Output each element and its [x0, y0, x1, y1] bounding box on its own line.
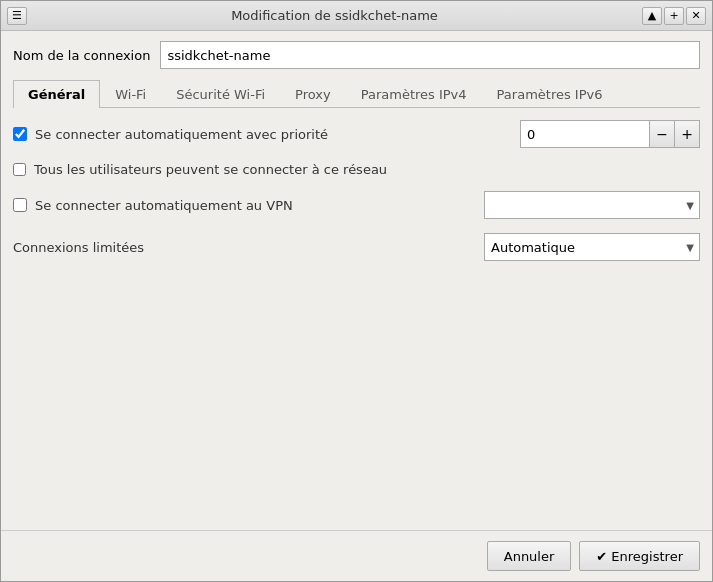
tab-general[interactable]: Général — [13, 80, 100, 108]
auto-vpn-checkbox[interactable] — [13, 198, 27, 212]
save-button[interactable]: ✔ Enregistrer — [579, 541, 700, 571]
maximize-button[interactable]: + — [664, 7, 684, 25]
tab-wifi-security[interactable]: Sécurité Wi-Fi — [161, 80, 280, 108]
priority-decrement-button[interactable]: − — [649, 120, 675, 148]
titlebar-left: ☰ — [7, 7, 27, 25]
all-users-label: Tous les utilisateurs peuvent se connect… — [34, 162, 387, 177]
main-window: ☰ Modification de ssidkchet-name ▲ + ✕ N… — [0, 0, 713, 582]
titlebar-right: ▲ + ✕ — [642, 7, 706, 25]
titlebar: ☰ Modification de ssidkchet-name ▲ + ✕ — [1, 1, 712, 31]
all-users-checkbox[interactable] — [13, 163, 26, 176]
connexions-limitees-label: Connexions limitées — [13, 240, 144, 255]
footer: Annuler ✔ Enregistrer — [1, 530, 712, 581]
connexions-limitees-row: Connexions limitées Automatique ▼ — [13, 233, 700, 261]
connexions-dropdown-container: Automatique ▼ — [484, 233, 700, 261]
priority-increment-button[interactable]: + — [674, 120, 700, 148]
window-content: Nom de la connexion Général Wi-Fi Sécuri… — [1, 31, 712, 530]
connection-name-row: Nom de la connexion — [13, 41, 700, 69]
cancel-button[interactable]: Annuler — [487, 541, 572, 571]
tab-ipv4[interactable]: Paramètres IPv4 — [346, 80, 482, 108]
connexions-dropdown-wrapper: Automatique ▼ — [484, 233, 700, 261]
collapse-button[interactable]: ▲ — [642, 7, 662, 25]
tabs-bar: Général Wi-Fi Sécurité Wi-Fi Proxy Param… — [13, 79, 700, 108]
vpn-dropdown-container: ▼ — [484, 191, 700, 219]
connection-name-input[interactable] — [160, 41, 700, 69]
vpn-dropdown[interactable] — [484, 191, 700, 219]
auto-connect-priority-row: Se connecter automatiquement avec priori… — [13, 120, 700, 148]
auto-vpn-label: Se connecter automatiquement au VPN — [35, 198, 293, 213]
menu-button[interactable]: ☰ — [7, 7, 27, 25]
tab-ipv6[interactable]: Paramètres IPv6 — [482, 80, 618, 108]
auto-connect-priority-label: Se connecter automatiquement avec priori… — [35, 127, 328, 142]
vpn-dropdown-wrapper: ▼ — [484, 191, 700, 219]
window-title: Modification de ssidkchet-name — [27, 8, 642, 23]
all-users-row: Tous les utilisateurs peuvent se connect… — [13, 162, 700, 177]
tab-content-general: Se connecter automatiquement avec priori… — [13, 120, 700, 520]
auto-connect-priority-checkbox-row: Se connecter automatiquement avec priori… — [13, 127, 520, 142]
priority-spin-control: − + — [520, 120, 700, 148]
auto-vpn-row: Se connecter automatiquement au VPN ▼ — [13, 191, 700, 219]
auto-vpn-checkbox-row: Se connecter automatiquement au VPN — [13, 198, 484, 213]
close-button[interactable]: ✕ — [686, 7, 706, 25]
auto-connect-priority-checkbox[interactable] — [13, 127, 27, 141]
priority-input[interactable] — [520, 120, 650, 148]
tab-wifi[interactable]: Wi-Fi — [100, 80, 161, 108]
form-section: Se connecter automatiquement avec priori… — [13, 120, 700, 520]
connection-name-label: Nom de la connexion — [13, 48, 150, 63]
connexions-dropdown[interactable]: Automatique — [484, 233, 700, 261]
tab-proxy[interactable]: Proxy — [280, 80, 346, 108]
